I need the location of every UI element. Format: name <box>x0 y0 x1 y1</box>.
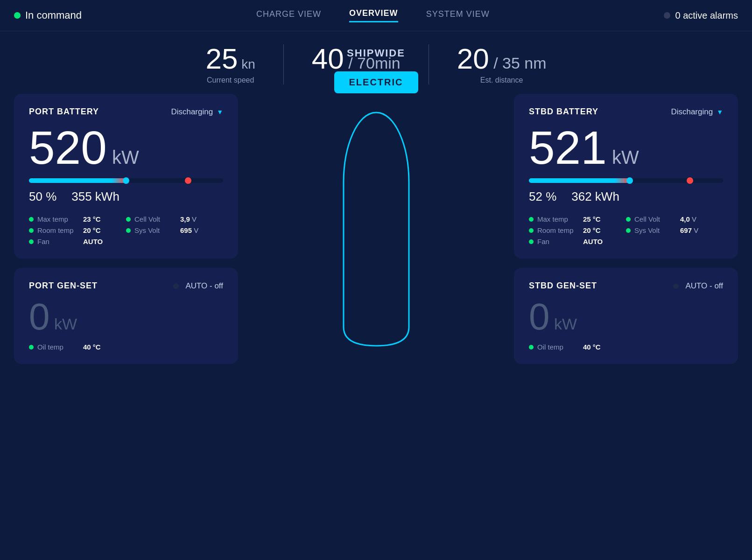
ship-container <box>334 98 418 136</box>
detail-dot <box>29 228 34 233</box>
detail-dot <box>126 217 131 222</box>
port-battery-header: PORT BATTERY Discharging ▼ <box>29 107 223 117</box>
port-battery-dot-cyan <box>123 177 129 184</box>
stbd-genset-header: STBD GEN-SET AUTO - off <box>529 281 723 291</box>
speed-label: Current speed <box>207 76 254 84</box>
detail-dot <box>29 217 34 222</box>
port-battery-title: PORT BATTERY <box>29 107 99 117</box>
header-left: In command <box>14 9 82 21</box>
port-battery-kw: 520 kW <box>29 124 223 171</box>
stbd-battery-details: Max temp 25 °C Room temp 20 °C Fan AUTO <box>529 215 723 245</box>
port-genset-kw: 0 kW <box>29 298 223 336</box>
electric-button[interactable]: ELECTRIC <box>334 71 418 93</box>
port-battery-fill <box>29 178 126 183</box>
port-battery-roomtemp: Room temp 20 °C <box>29 226 126 234</box>
alarms-dot <box>664 12 670 19</box>
header-right: 0 active alarms <box>664 10 738 21</box>
stbd-battery-details-left: Max temp 25 °C Room temp 20 °C Fan AUTO <box>529 215 626 245</box>
nav-tabs: CHARGE VIEW OVERVIEW SYSTEM VIEW <box>256 8 490 22</box>
stbd-battery-maxtemp: Max temp 25 °C <box>529 215 626 223</box>
stbd-battery-progress <box>529 178 723 183</box>
stbd-battery-stats: 52 % 362 kWh <box>529 189 723 204</box>
tab-system-view[interactable]: SYSTEM VIEW <box>426 9 490 22</box>
detail-dot <box>626 228 631 233</box>
detail-dot <box>29 345 34 350</box>
detail-dot <box>529 228 534 233</box>
detail-dot <box>29 239 34 244</box>
stbd-battery-kwh: 362 kWh <box>571 189 619 204</box>
status-dot <box>14 12 21 19</box>
stbd-battery-kw: 521 kW <box>529 124 723 171</box>
port-battery-dot-red <box>185 177 191 184</box>
stbd-battery-dot-red <box>687 177 693 184</box>
port-battery-maxtemp: Max temp 23 °C <box>29 215 126 223</box>
stbd-genset-oil: Oil temp 40 °C <box>529 343 723 351</box>
detail-dot <box>529 345 534 350</box>
detail-dot <box>126 228 131 233</box>
genset-dot <box>673 283 679 289</box>
stbd-battery-card: STBD BATTERY Discharging ▼ 521 kW 52 % <box>514 94 738 259</box>
port-battery-details: Max temp 23 °C Room temp 20 °C Fan AUTO <box>29 215 223 245</box>
port-genset-header: PORT GEN-SET AUTO - off <box>29 281 223 291</box>
detail-dot <box>529 217 534 222</box>
ship-icon <box>334 98 418 360</box>
in-command-label: In command <box>25 9 82 21</box>
stbd-battery-roomtemp: Room temp 20 °C <box>529 226 626 234</box>
port-battery-fan: Fan AUTO <box>29 238 126 245</box>
port-battery-dropdown-icon: ▼ <box>217 108 223 116</box>
port-battery-pct: 50 % <box>29 189 56 204</box>
detail-dot <box>529 239 534 244</box>
stbd-genset-status: AUTO - off <box>673 281 723 291</box>
port-genset-card: PORT GEN-SET AUTO - off 0 kW Oil temp 40… <box>14 268 238 364</box>
alarms-label: 0 active alarms <box>675 10 738 21</box>
port-battery-status[interactable]: Discharging ▼ <box>171 107 223 117</box>
port-battery-details-left: Max temp 23 °C Room temp 20 °C Fan AUTO <box>29 215 126 245</box>
stbd-battery-title: STBD BATTERY <box>529 107 598 117</box>
tab-overview[interactable]: OVERVIEW <box>349 8 398 22</box>
port-genset-oil: Oil temp 40 °C <box>29 343 223 351</box>
stbd-battery-pct: 52 % <box>529 189 556 204</box>
stbd-battery-fill <box>529 178 630 183</box>
distance-value: 20 / 35 nm <box>457 44 547 73</box>
stbd-battery-dot-cyan <box>626 177 633 184</box>
right-panels: STBD BATTERY Discharging ▼ 521 kW 52 % <box>514 94 738 364</box>
header: In command CHARGE VIEW OVERVIEW SYSTEM V… <box>0 0 752 31</box>
port-battery-details-right: Cell Volt 3,9 V Sys Volt 695 V <box>126 215 223 245</box>
distance-label: Est. distance <box>480 76 523 84</box>
port-battery-cellvolt: Cell Volt 3,9 V <box>126 215 223 223</box>
ship-overlay: SHIPWIDE ELECTRIC <box>334 61 418 93</box>
shipwide-label: SHIPWIDE <box>347 47 405 59</box>
stbd-genset-title: STBD GEN-SET <box>529 281 597 291</box>
port-battery-progress <box>29 178 223 183</box>
left-panels: PORT BATTERY Discharging ▼ 520 kW 50 % <box>14 94 238 364</box>
genset-dot <box>173 283 179 289</box>
stbd-battery-sysvolt: Sys Volt 697 V <box>626 226 723 234</box>
stbd-battery-status[interactable]: Discharging ▼ <box>671 107 723 117</box>
stbd-battery-fan: Fan AUTO <box>529 238 626 245</box>
port-battery-card: PORT BATTERY Discharging ▼ 520 kW 50 % <box>14 94 238 259</box>
port-battery-stats: 50 % 355 kWh <box>29 189 223 204</box>
port-genset-status: AUTO - off <box>173 281 223 291</box>
stbd-genset-card: STBD GEN-SET AUTO - off 0 kW Oil temp 40… <box>514 268 738 364</box>
stbd-battery-dropdown-icon: ▼ <box>717 108 723 116</box>
main-content: PORT BATTERY Discharging ▼ 520 kW 50 % <box>0 94 752 378</box>
port-battery-sysvolt: Sys Volt 695 V <box>126 226 223 234</box>
stbd-genset-kw: 0 kW <box>529 298 723 336</box>
stbd-battery-details-right: Cell Volt 4,0 V Sys Volt 697 V <box>626 215 723 245</box>
speed-stat: 25 kn Current speed <box>177 44 283 84</box>
tab-charge-view[interactable]: CHARGE VIEW <box>256 9 321 22</box>
detail-dot <box>626 217 631 222</box>
distance-stat: 20 / 35 nm Est. distance <box>429 44 575 84</box>
speed-value: 25 kn <box>205 44 255 73</box>
stbd-battery-cellvolt: Cell Volt 4,0 V <box>626 215 723 223</box>
stbd-battery-header: STBD BATTERY Discharging ▼ <box>529 107 723 117</box>
port-battery-kwh: 355 kWh <box>71 189 119 204</box>
port-genset-title: PORT GEN-SET <box>29 281 98 291</box>
